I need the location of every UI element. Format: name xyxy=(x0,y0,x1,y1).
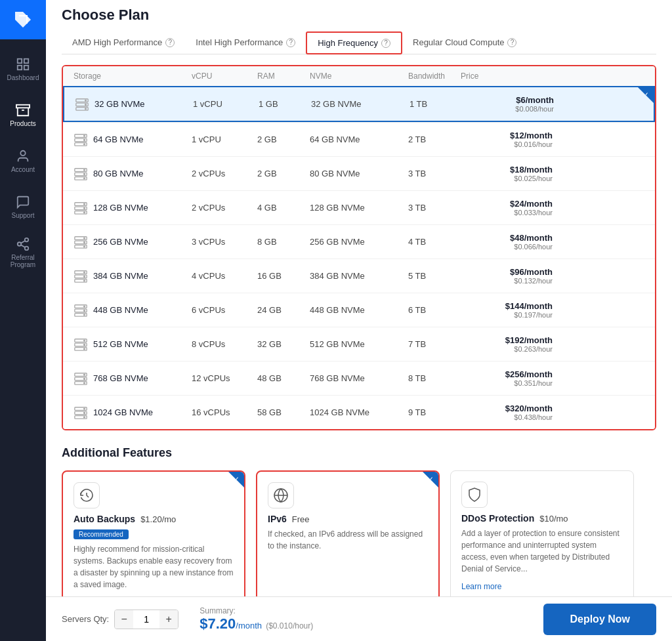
monthly-price: $48/month xyxy=(461,233,553,243)
bottom-bar: Servers Qty: − 1 + Summary: $7.20/month … xyxy=(46,596,672,641)
hourly-price: $0.025/hour xyxy=(461,175,553,182)
table-row[interactable]: 768 GB NVMe 12 vCPUs 48 GB 768 GB NVMe 8… xyxy=(63,361,655,395)
sidebar-item-dashboard[interactable]: Dashboard xyxy=(0,46,46,92)
svg-line-11 xyxy=(21,241,25,243)
table-row[interactable]: 448 GB NVMe 6 vCPUs 24 GB 448 GB NVMe 6 … xyxy=(63,293,655,327)
feature-card-ddos[interactable]: DDoS Protection $10/mo Add a layer of pr… xyxy=(450,470,634,596)
feature-price: Free xyxy=(292,514,310,524)
features-grid: ✓ Auto Backups $1.20/mo Recommended High… xyxy=(62,470,656,596)
bandwidth-cell: 7 TB xyxy=(408,339,461,349)
feature-price: $10/mo xyxy=(539,514,568,524)
sidebar-item-account[interactable]: Account xyxy=(0,138,46,184)
storage-icon xyxy=(74,269,88,283)
qty-controls: − 1 + xyxy=(114,610,178,629)
svg-point-16 xyxy=(85,104,87,105)
tab-high-freq[interactable]: High Frequency ? xyxy=(306,31,402,54)
ram-cell: 48 GB xyxy=(257,373,310,383)
feature-link[interactable]: Learn more xyxy=(461,582,501,591)
price-per-month: /month xyxy=(236,621,262,631)
feature-name: Auto Backups xyxy=(74,514,135,524)
monthly-price: $6/month xyxy=(462,95,554,105)
summary-price: $7.20/month ($0.010/hour) xyxy=(200,615,313,632)
monthly-price: $192/month xyxy=(461,335,553,345)
svg-point-17 xyxy=(85,108,87,109)
sidebar-item-products[interactable]: Products xyxy=(0,92,46,138)
table-row[interactable]: 80 GB NVMe 2 vCPUs 2 GB 80 GB NVMe 3 TB … xyxy=(63,156,655,190)
vcpu-cell: 12 vCPUs xyxy=(192,373,257,383)
sidebar-label-dashboard: Dashboard xyxy=(7,74,39,81)
svg-point-28 xyxy=(84,173,85,175)
table-row[interactable]: 128 GB NVMe 2 vCPUs 4 GB 128 GB NVMe 3 T… xyxy=(63,190,655,224)
nvme-cell: 256 GB NVMe xyxy=(310,237,408,247)
col-ram: RAM xyxy=(257,72,310,81)
vcpu-cell: 16 vCPUs xyxy=(192,407,257,417)
amd-help-icon[interactable]: ? xyxy=(165,38,175,47)
storage-icon xyxy=(74,303,88,318)
qty-plus-button[interactable]: + xyxy=(159,610,178,629)
tab-amd[interactable]: AMD High Performance ? xyxy=(62,32,185,54)
table-row[interactable]: 512 GB NVMe 8 vCPUs 32 GB 512 GB NVMe 7 … xyxy=(63,327,655,361)
table-row[interactable]: 64 GB NVMe 1 vCPU 2 GB 64 GB NVMe 2 TB $… xyxy=(63,122,655,156)
vcpu-cell: 8 vCPUs xyxy=(192,339,257,349)
vcpu-cell: 4 vCPUs xyxy=(192,271,257,281)
svg-point-70 xyxy=(84,412,85,413)
tab-regular[interactable]: Regular Cloud Compute ? xyxy=(402,32,527,54)
feature-desc: Highly recommend for mission-critical sy… xyxy=(74,543,234,590)
sidebar-logo[interactable] xyxy=(0,0,46,39)
price-cell: $48/month $0.066/hour xyxy=(461,233,553,251)
feature-desc: Add a layer of protection to ensure cons… xyxy=(461,527,623,575)
plan-tabs: AMD High Performance ? Intel High Perfor… xyxy=(62,31,656,54)
svg-rect-1 xyxy=(24,58,28,62)
table-row[interactable]: 1024 GB NVMe 16 vCPUs 58 GB 1024 GB NVMe… xyxy=(63,395,655,429)
intel-help-icon[interactable]: ? xyxy=(286,38,295,47)
feature-icon xyxy=(268,482,294,508)
high-freq-help-icon[interactable]: ? xyxy=(381,39,390,48)
vcpu-cell: 6 vCPUs xyxy=(192,305,257,315)
feature-card-ipv6[interactable]: ✓ IPv6 Free If checked, an IPv6 address … xyxy=(256,470,440,596)
ram-cell: 24 GB xyxy=(257,305,310,315)
price-cell: $96/month $0.132/hour xyxy=(461,267,553,285)
deploy-now-button[interactable]: Deploy Now xyxy=(543,604,656,635)
feature-card-backups[interactable]: ✓ Auto Backups $1.20/mo Recommended High… xyxy=(62,470,245,596)
sidebar-item-support[interactable]: Support xyxy=(0,184,46,230)
col-price: Price xyxy=(461,72,553,81)
svg-point-40 xyxy=(84,241,85,243)
page-title: Choose Plan xyxy=(62,7,656,24)
table-row[interactable]: 256 GB NVMe 3 vCPUs 8 GB 256 GB NVMe 4 T… xyxy=(63,224,655,258)
price-cell: $144/month $0.197/hour xyxy=(461,301,553,319)
nvme-cell: 512 GB NVMe xyxy=(310,339,408,349)
table-row[interactable]: 384 GB NVMe 4 vCPUs 16 GB 384 GB NVMe 5 … xyxy=(63,258,655,293)
col-storage: Storage xyxy=(74,72,192,81)
svg-point-35 xyxy=(84,211,85,213)
storage-cell: 64 GB NVMe xyxy=(74,133,192,147)
qty-minus-button[interactable]: − xyxy=(115,610,133,629)
ram-cell: 2 GB xyxy=(257,169,310,178)
share-icon xyxy=(16,237,30,251)
svg-rect-2 xyxy=(18,65,22,69)
table-row[interactable]: 32 GB NVMe 1 vCPU 1 GB 32 GB NVMe 1 TB $… xyxy=(63,86,655,122)
recommended-badge: Recommended xyxy=(74,529,129,539)
regular-help-icon[interactable]: ? xyxy=(507,38,516,47)
nvme-cell: 768 GB NVMe xyxy=(310,373,408,383)
storage-cell: 128 GB NVMe xyxy=(74,201,192,215)
svg-rect-4 xyxy=(16,104,30,108)
bandwidth-cell: 5 TB xyxy=(408,271,461,281)
feature-desc: If checked, an IPv6 address will be assi… xyxy=(268,528,428,552)
svg-point-57 xyxy=(84,340,85,341)
box-icon xyxy=(16,103,30,117)
svg-point-9 xyxy=(25,247,29,251)
hourly-price: $0.033/hour xyxy=(461,209,553,217)
sidebar-item-referral[interactable]: Referral Program xyxy=(0,230,46,276)
bandwidth-cell: 9 TB xyxy=(408,407,461,417)
ddos-icon xyxy=(467,487,482,503)
tab-intel[interactable]: Intel High Performance ? xyxy=(185,32,306,54)
storage-cell: 512 GB NVMe xyxy=(74,337,192,352)
selected-check: ✓ xyxy=(638,87,654,103)
hourly-price: $0.132/hour xyxy=(461,277,553,285)
feature-price: $1.20/mo xyxy=(140,514,176,524)
price-cell: $18/month $0.025/hour xyxy=(461,165,553,182)
svg-point-53 xyxy=(84,314,85,315)
svg-point-59 xyxy=(84,348,85,349)
monthly-price: $24/month xyxy=(461,199,553,209)
storage-icon xyxy=(74,337,88,352)
